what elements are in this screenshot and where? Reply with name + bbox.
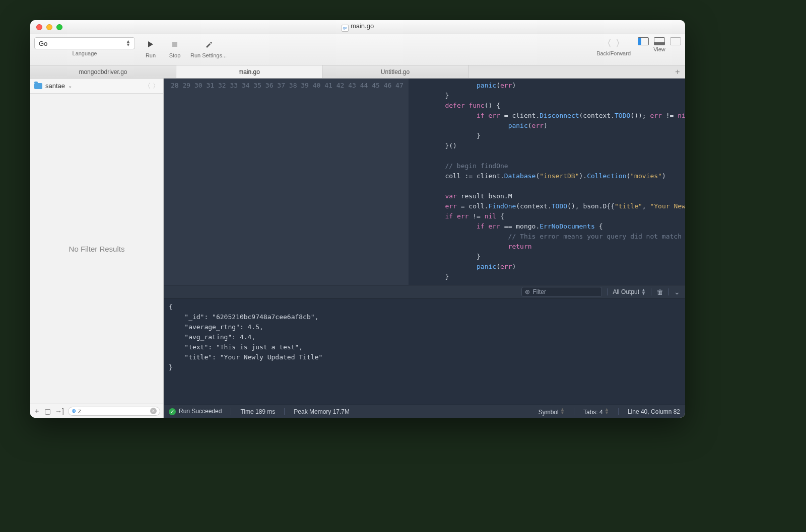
stop-button[interactable] [166,37,183,51]
view-bottom-panel-button[interactable] [654,37,665,45]
console-output[interactable]: { "_id": "6205210bc9748a7cee6af8cb", "av… [164,299,685,405]
back-button[interactable]: 〈 [602,37,612,49]
sidebar-footer: ＋ ▢ →] ⊜ z × [30,404,163,418]
filter-value: z [78,408,81,415]
new-tab-button[interactable]: + [670,65,685,78]
tab-main[interactable]: main.go [176,65,322,78]
stop-label: Stop [169,52,181,58]
window-title-text: main.go [351,22,374,30]
console-toolbar: ⊜ Filter All Output ▲▼ 🗑 ⌄ [164,285,685,299]
tab-untitled[interactable]: Untitled.go [322,65,468,78]
console-filter-input[interactable]: ⊜ Filter [521,287,602,297]
filter-icon: ⊜ [525,288,530,295]
view-plain-button[interactable] [670,37,681,45]
toolbar: Go ▲▼ Language Run Stop Run Settings... [30,34,685,65]
view-label: View [653,46,665,52]
titlebar: gomain.go [30,20,685,34]
filter-icon: ⊜ [72,408,76,414]
check-icon: ✓ [169,408,176,415]
editor-panel: 28 29 30 31 32 33 34 35 36 37 38 39 40 4… [164,79,685,418]
forward-button[interactable]: 〉 [616,37,625,49]
trash-icon[interactable]: 🗑 [656,288,663,296]
run-label: Run [146,52,156,58]
close-window-button[interactable] [36,24,42,30]
console-output-selector[interactable]: All Output ▲▼ [613,288,646,295]
tabs-selector[interactable]: Tabs: 4 ▲▼ [583,408,609,416]
status-bar: ✓Run Succeeded Time 189 ms Peak Memory 1… [164,405,685,418]
chevron-updown-icon: ▲▼ [126,40,130,47]
sidebar-header[interactable]: santae ⌄ 〈 〉 [30,79,163,94]
sidebar-empty-state: No Filter Results [30,94,163,404]
view-left-panel-button[interactable] [638,37,649,45]
chevron-down-icon: ⌄ [68,83,72,89]
chevron-updown-icon: ▲▼ [641,288,646,295]
minimize-window-button[interactable] [46,24,52,30]
sidebar-forward-button[interactable]: 〉 [153,82,159,91]
status-memory: Peak Memory 17.7M [294,408,350,415]
console-filter-placeholder: Filter [532,288,546,295]
svg-rect-0 [172,42,177,47]
tab-bar: mongodbdriver.go main.go Untitled.go + [30,65,685,79]
language-label: Language [73,50,97,56]
run-button[interactable] [142,37,159,51]
tab-mongodbdriver[interactable]: mongodbdriver.go [30,65,176,78]
language-value: Go [39,40,47,47]
run-settings-label: Run Settings... [190,52,227,58]
language-selector[interactable]: Go ▲▼ [34,37,135,49]
code-editor[interactable]: 28 29 30 31 32 33 34 35 36 37 38 39 40 4… [164,79,685,285]
document-icon: go [342,25,349,32]
clear-filter-button[interactable]: × [150,408,157,414]
sidebar-back-button[interactable]: 〈 [144,82,151,91]
zoom-window-button[interactable] [56,24,62,30]
app-window: gomain.go Go ▲▼ Language Run Stop [30,20,685,418]
backforward-label: Back/Forward [596,50,631,56]
folder-icon [34,83,42,89]
import-icon[interactable]: →] [55,407,64,415]
sidebar-filter-input[interactable]: ⊜ z × [68,407,160,416]
line-gutter: 28 29 30 31 32 33 34 35 36 37 38 39 40 4… [164,79,409,285]
symbol-selector[interactable]: Symbol ▲▼ [539,408,565,416]
sidebar: santae ⌄ 〈 〉 No Filter Results ＋ ▢ →] ⊜ … [30,79,164,418]
window-title: gomain.go [30,22,685,32]
run-status: ✓Run Succeeded [169,408,222,415]
main-split: santae ⌄ 〈 〉 No Filter Results ＋ ▢ →] ⊜ … [30,79,685,418]
code-content[interactable]: panic(err) } defer func() { if err = cli… [409,79,685,285]
window-controls [30,24,62,30]
run-settings-button[interactable] [200,37,217,51]
status-time: Time 189 ms [240,408,275,415]
new-folder-icon[interactable]: ▢ [44,407,51,415]
add-icon[interactable]: ＋ [33,407,40,416]
cursor-position: Line 40, Column 82 [628,408,680,415]
chevron-down-icon[interactable]: ⌄ [674,288,680,296]
project-name: santae [45,82,65,90]
